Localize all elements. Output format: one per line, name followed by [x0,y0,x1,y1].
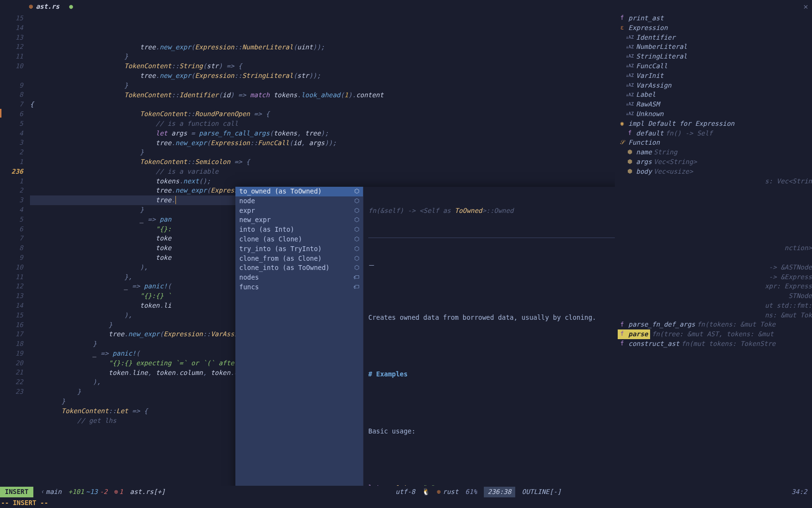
outline-item[interactable]: fdefault fn() -> Self [618,129,812,138]
outline-item[interactable]: ↓AZLabel [618,90,812,100]
outline-item-fragment [618,205,812,215]
code-line[interactable]: let args = parse_fn_call_args(tokens, tr… [30,129,615,138]
completion-kind-icon: 🏷 [353,283,359,292]
code-line[interactable]: tree.new_expr(Expression::FuncCall(id, a… [30,138,615,148]
line-number: 21 [0,368,23,377]
outline-kind-icon: 𝒮 [618,138,626,147]
completion-kind-icon: ⬡ [354,264,359,272]
outline-item[interactable]: ⬢name String [618,148,812,157]
close-icon[interactable]: ✕ [803,1,808,13]
outline-kind-icon: f [618,340,626,348]
outline-item[interactable]: ↓AZNumberLiteral [618,42,812,52]
outline-item[interactable]: ◉impl Default for Expression [618,119,812,129]
documentation-panel: fn(&self) -> <Self as ToOwned>::Owned ⸺ … [363,187,615,486]
status-bar: INSERT ᚲ main +101 ~13 -2 ⊗ 1 ast.rs[+] … [0,486,812,498]
outline-item[interactable]: ↓AZStringLiteral [618,52,812,61]
outline-item[interactable]: f parse fn(tree: &mut AST, tokens: &mut [618,329,812,339]
mode-badge: INSERT [0,487,33,497]
code-line[interactable]: tree.new_expr(Expression::StringLiteral(… [30,71,615,81]
line-number: 23 [0,387,23,397]
line-number: 12 [0,282,23,291]
status-filename: ast.rs[+] [130,487,165,497]
line-number: 15 [0,14,23,23]
cursor-position: 236:38 [484,487,515,497]
outline-item[interactable]: 𝒮Function [618,138,812,148]
code-line[interactable]: tree.new_expr(Expression::NumberLiteral(… [30,43,615,52]
modified-dot-icon: ● [69,2,73,12]
outline-kind-icon: ↓AZ [625,101,634,107]
line-number: 4 [0,129,23,138]
completion-item[interactable]: nodes🏷 [235,273,363,283]
line-number-gutter: 1514131211109876543212361234567891011121… [0,14,30,486]
code-line[interactable]: } [30,52,615,61]
doc-usage: Basic usage: [368,427,615,436]
outline-item[interactable]: fconstruct_ast fn(mut tokens: TokenStre [618,339,812,349]
line-number: 13 [0,291,23,301]
line-number: 14 [0,23,23,33]
outline-item[interactable]: ↓AZVarAssign [618,81,812,90]
code-line[interactable]: } [30,81,615,90]
code-line[interactable]: { [30,100,615,109]
completion-item[interactable]: clone (as Clone)⬡ [235,235,363,244]
outline-kind-icon: ε [618,24,626,32]
os-icon: 🐧 [422,487,430,497]
completion-list[interactable]: to_owned (as ToOwned)⬡node⬡expr⬡new_expr… [235,187,363,486]
outline-item-fragment [618,234,812,243]
outline-item-fragment [618,215,812,224]
outline-panel[interactable]: fprint_astεExpression↓AZIdentifier↓AZNum… [615,14,812,486]
outline-kind-icon: ⬢ [625,158,634,166]
outline-item[interactable]: ↓AZIdentifier [618,33,812,43]
completion-kind-icon: ⬡ [354,207,359,215]
code-line[interactable]: tokens.next(); [30,177,615,186]
code-line[interactable]: TokenContent::Semicolon => { [30,157,615,167]
line-number: 22 [0,377,23,387]
line-number: 14 [0,301,23,311]
line-number: 1 [0,177,23,186]
code-line[interactable]: TokenContent::String(str) => { [30,61,615,71]
completion-item[interactable]: new_expr⬡ [235,215,363,225]
outline-item[interactable]: ↓AZVarInit [618,71,812,81]
outline-item[interactable]: ↓AZRawASM [618,100,812,109]
outline-item[interactable]: ⬢args Vec<String> [618,157,812,167]
outline-position: 34:2 [791,487,807,497]
code-line[interactable]: TokenContent::Identifier(id) => match to… [30,90,615,100]
code-line[interactable]: // is a function call [30,119,615,129]
completion-item[interactable]: expr⬡ [235,206,363,216]
code-line[interactable]: TokenContent::RoundParenOpen => { [30,109,615,119]
completion-item[interactable]: into (as Into)⬡ [235,225,363,235]
code-editor[interactable]: tree.new_expr(Expression::NumberLiteral(… [30,14,615,486]
outline-item[interactable]: ↓AZUnknown [618,109,812,119]
outline-item[interactable]: ↓AZFuncCall [618,61,812,71]
line-number: 20 [0,359,23,368]
line-number: 6 [0,109,23,119]
line-number: 13 [0,33,23,43]
encoding: utf-8 [395,487,415,497]
completion-item[interactable]: clone_into (as ToOwned)⬡ [235,263,363,273]
completion-item[interactable]: funcs🏷 [235,283,363,292]
doc-code-line: let s: &str = "a"; [368,483,615,486]
outline-item-fragment: nction> [618,243,812,253]
completion-item[interactable]: clone_from (as Clone)⬡ [235,254,363,264]
completion-kind-icon: ⬡ [354,245,359,254]
outline-item[interactable]: εExpression [618,23,812,33]
doc-dash: ⸺ [368,260,615,270]
outline-item-fragment [618,253,812,263]
line-number: 10 [0,61,23,71]
line-number: 9 [0,253,23,263]
line-number: 9 [0,81,23,90]
outline-item[interactable]: fparse_fn_def_args fn(tokens: &mut Toke [618,320,812,330]
line-number: 17 [0,329,23,339]
completion-item[interactable]: node⬡ [235,196,363,206]
outline-item[interactable]: fprint_ast [618,14,812,23]
outline-title: OUTLINE[-] [522,487,561,497]
outline-kind-icon: ↓AZ [625,34,634,41]
outline-item[interactable]: ⬢body Vec<usize> [618,167,812,177]
tab-ast-rs[interactable]: ⊛ ast.rs ● [29,2,73,12]
completion-item[interactable]: try_into (as TryInto)⬡ [235,244,363,254]
line-number: 6 [0,224,23,234]
completion-popup: to_owned (as ToOwned)⬡node⬡expr⬡new_expr… [235,187,615,486]
outline-item-fragment [618,186,812,195]
code-line[interactable]: } [30,148,615,157]
completion-item[interactable]: to_owned (as ToOwned)⬡ [235,187,363,196]
code-line[interactable]: // is a variable [30,167,615,177]
